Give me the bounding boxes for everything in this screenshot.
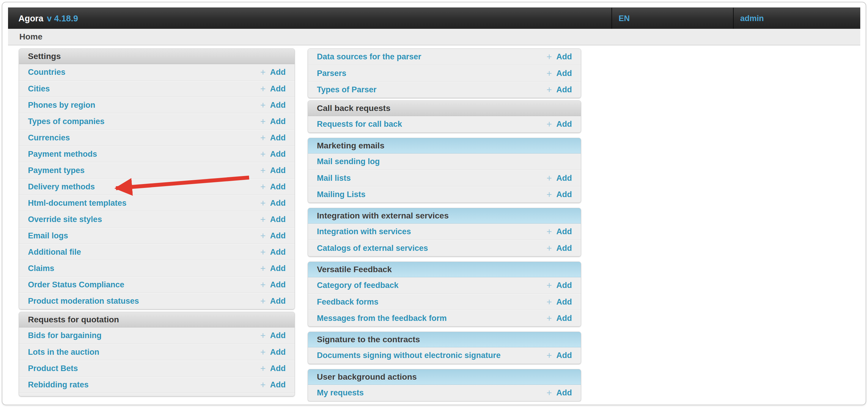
add-button-cities[interactable]: +Add xyxy=(260,84,286,94)
add-button-countries[interactable]: +Add xyxy=(260,68,286,77)
link-product-moderation-statuses[interactable]: Product moderation statuses xyxy=(28,297,139,306)
panel-header-versatile-feedback: Versatile Feedback xyxy=(308,262,581,277)
plus-icon: + xyxy=(546,85,552,94)
plus-icon: + xyxy=(260,68,266,77)
add-button-product-bets[interactable]: +Add xyxy=(260,364,286,373)
link-delivery-methods[interactable]: Delivery methods xyxy=(28,182,95,192)
link-requests-for-call-back[interactable]: Requests for call back xyxy=(317,120,402,129)
link-currencies[interactable]: Currencies xyxy=(28,133,70,142)
link-mailing-lists[interactable]: Mailing Lists xyxy=(317,190,366,199)
link-types-of-parser[interactable]: Types of Parser xyxy=(317,85,377,94)
row-product-moderation-statuses: Product moderation statuses+Add xyxy=(19,293,294,309)
panel-call-back-requests: Call back requestsRequests for call back… xyxy=(308,100,581,133)
add-label: Add xyxy=(270,380,286,389)
add-button-phones-by-region[interactable]: +Add xyxy=(260,101,286,110)
row-rebidding-rates: Rebidding rates+Add xyxy=(19,376,294,393)
add-button-mailing-lists[interactable]: +Add xyxy=(546,190,572,199)
add-button-types-of-parser[interactable]: +Add xyxy=(546,85,572,94)
link-mail-lists[interactable]: Mail lists xyxy=(317,174,351,183)
panel-versatile-feedback: Versatile FeedbackCategory of feedback+A… xyxy=(308,262,581,327)
link-claims[interactable]: Claims xyxy=(28,264,54,273)
link-product-bets[interactable]: Product Bets xyxy=(28,364,78,373)
add-label: Add xyxy=(556,120,572,129)
link-parsers[interactable]: Parsers xyxy=(317,69,346,78)
link-bids-for-bargaining[interactable]: Bids for bargaining xyxy=(28,331,102,340)
add-label: Add xyxy=(270,84,286,94)
breadcrumb-home[interactable]: Home xyxy=(19,29,42,45)
add-button-parsers[interactable]: +Add xyxy=(546,69,572,78)
add-label: Add xyxy=(270,117,286,126)
link-feedback-forms[interactable]: Feedback forms xyxy=(317,298,378,307)
link-category-of-feedback[interactable]: Category of feedback xyxy=(317,281,399,290)
add-button-product-moderation-statuses[interactable]: +Add xyxy=(260,297,286,306)
link-additional-file[interactable]: Additional file xyxy=(28,247,81,257)
add-button-lots-in-the-auction[interactable]: +Add xyxy=(260,348,286,357)
link-email-logs[interactable]: Email logs xyxy=(28,231,68,240)
add-button-catalogs-of-external-services[interactable]: +Add xyxy=(546,244,572,253)
user-menu[interactable]: admin xyxy=(733,8,860,29)
row-documents-signing-without-electronic-signature: Documents signing without electronic sig… xyxy=(308,347,581,364)
add-button-payment-methods[interactable]: +Add xyxy=(260,149,286,159)
language-menu[interactable]: EN xyxy=(612,8,733,29)
plus-icon: + xyxy=(546,52,552,62)
add-button-additional-file[interactable]: +Add xyxy=(260,247,286,257)
link-cities[interactable]: Cities xyxy=(28,84,50,94)
add-button-override-site-styles[interactable]: +Add xyxy=(260,215,286,224)
add-button-currencies[interactable]: +Add xyxy=(260,133,286,142)
link-rebidding-rates[interactable]: Rebidding rates xyxy=(28,380,89,389)
add-button-rebidding-rates[interactable]: +Add xyxy=(260,380,286,389)
row-requests-for-call-back: Requests for call back+Add xyxy=(308,116,581,132)
add-label: Add xyxy=(270,264,286,273)
add-button-order-status-compliance[interactable]: +Add xyxy=(260,280,286,290)
link-mail-sending-log[interactable]: Mail sending log xyxy=(317,157,380,166)
link-order-status-compliance[interactable]: Order Status Compliance xyxy=(28,280,124,290)
link-integration-with-services[interactable]: Integration with services xyxy=(317,227,411,236)
add-label: Add xyxy=(556,174,572,183)
add-button-messages-from-the-feedback-form[interactable]: +Add xyxy=(546,314,572,323)
link-catalogs-of-external-services[interactable]: Catalogs of external services xyxy=(317,244,428,253)
column-right: Data sources for the parser+AddParsers+A… xyxy=(308,48,581,402)
link-phones-by-region[interactable]: Phones by region xyxy=(28,101,95,110)
plus-icon: + xyxy=(260,331,266,340)
link-payment-types[interactable]: Payment types xyxy=(28,166,85,175)
plus-icon: + xyxy=(260,84,266,94)
add-label: Add xyxy=(270,247,286,257)
add-button-html-document-templates[interactable]: +Add xyxy=(260,199,286,208)
add-label: Add xyxy=(270,231,286,240)
add-label: Add xyxy=(270,280,286,290)
link-html-document-templates[interactable]: Html-document templates xyxy=(28,199,127,208)
row-phones-by-region: Phones by region+Add xyxy=(19,97,294,113)
add-button-payment-types[interactable]: +Add xyxy=(260,166,286,175)
add-button-delivery-methods[interactable]: +Add xyxy=(260,182,286,192)
add-button-feedback-forms[interactable]: +Add xyxy=(546,298,572,307)
add-button-category-of-feedback[interactable]: +Add xyxy=(546,281,572,290)
add-button-data-sources-for-the-parser[interactable]: +Add xyxy=(546,52,572,62)
add-button-bids-for-bargaining[interactable]: +Add xyxy=(260,331,286,340)
add-button-types-of-companies[interactable]: +Add xyxy=(260,117,286,126)
row-messages-from-the-feedback-form: Messages from the feedback form+Add xyxy=(308,310,581,326)
add-button-integration-with-services[interactable]: +Add xyxy=(546,227,572,236)
plus-icon: + xyxy=(260,149,266,159)
link-documents-signing-without-electronic-signature[interactable]: Documents signing without electronic sig… xyxy=(317,351,501,360)
app-version: v 4.18.9 xyxy=(47,14,78,23)
panel-header-marketing-emails: Marketing emails xyxy=(308,138,581,154)
row-bids-for-bargaining: Bids for bargaining+Add xyxy=(19,328,294,344)
add-button-email-logs[interactable]: +Add xyxy=(260,231,286,240)
link-override-site-styles[interactable]: Override site styles xyxy=(28,215,102,224)
link-payment-methods[interactable]: Payment methods xyxy=(28,149,97,159)
add-label: Add xyxy=(270,182,286,192)
link-types-of-companies[interactable]: Types of companies xyxy=(28,117,105,126)
add-button-mail-lists[interactable]: +Add xyxy=(546,174,572,183)
link-data-sources-for-the-parser[interactable]: Data sources for the parser xyxy=(317,52,421,62)
add-button-my-requests[interactable]: +Add xyxy=(546,388,572,398)
link-messages-from-the-feedback-form[interactable]: Messages from the feedback form xyxy=(317,314,447,323)
link-lots-in-the-auction[interactable]: Lots in the auction xyxy=(28,348,99,357)
link-countries[interactable]: Countries xyxy=(28,68,65,77)
add-button-documents-signing-without-electronic-signature[interactable]: +Add xyxy=(546,351,572,360)
add-button-claims[interactable]: +Add xyxy=(260,264,286,273)
row-mailing-lists: Mailing Lists+Add xyxy=(308,186,581,202)
panel-header-requests-for-quotation: Requests for quotation xyxy=(19,312,294,328)
link-my-requests[interactable]: My requests xyxy=(317,388,364,398)
add-button-requests-for-call-back[interactable]: +Add xyxy=(546,120,572,129)
brand-link[interactable]: Agorav 4.18.9 xyxy=(19,8,78,29)
